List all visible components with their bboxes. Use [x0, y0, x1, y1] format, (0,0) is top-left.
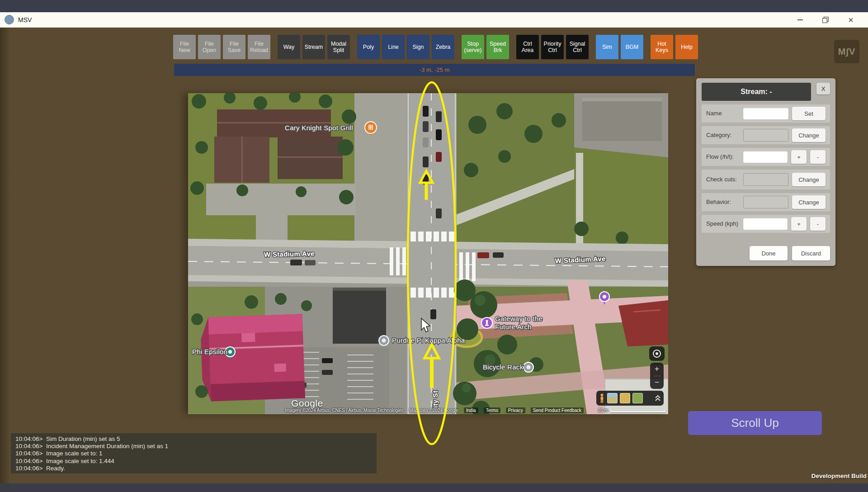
- app-icon: [5, 15, 14, 24]
- toolbar-group-help: Hot Keys Help: [651, 35, 698, 59]
- set-button[interactable]: Set: [792, 107, 826, 120]
- close-button[interactable]: ×: [838, 12, 863, 27]
- name-input[interactable]: [743, 108, 788, 119]
- way-button[interactable]: Way: [278, 35, 300, 59]
- zoom-in-button[interactable]: +: [650, 363, 664, 376]
- region-label: India: [464, 407, 478, 413]
- signal-ctrl-button[interactable]: Signal Ctrl: [566, 35, 589, 59]
- log-line: 10:04:06> Image scale set to: 1.444: [15, 458, 372, 465]
- layer-thumbnail-1[interactable]: [607, 393, 618, 403]
- flow-label: Flow (/h/l):: [706, 154, 740, 160]
- stop-serve-button[interactable]: Stop (serve): [462, 35, 484, 59]
- stream-panel-header-row: Stream: - X: [702, 83, 830, 101]
- sign-button[interactable]: Sign: [407, 35, 429, 59]
- minimize-icon: [797, 19, 803, 20]
- stream-panel: Stream: - X Name Set Category: Change Fl…: [696, 78, 835, 266]
- map-label-gateway-line1: Gateway to the: [495, 315, 542, 322]
- hot-keys-button[interactable]: Hot Keys: [651, 35, 673, 59]
- terms-link[interactable]: Terms: [484, 407, 500, 413]
- done-button[interactable]: Done: [750, 246, 788, 260]
- map-label-phi-epsilon: Phi Epsilon: [192, 348, 227, 355]
- cursor-coordinates: -3 m, -25 m: [420, 66, 449, 73]
- map-scale: 20 m: [598, 408, 665, 413]
- monument-pin-gateway[interactable]: [481, 317, 492, 328]
- satellite-imagery: Cary Knight Spot Grill W Stadium Ave W S…: [188, 93, 668, 414]
- speed-brk-button[interactable]: Speed Brk: [486, 35, 509, 59]
- file-reload-button[interactable]: File Reload: [248, 35, 270, 59]
- zebra-button[interactable]: Zebra: [432, 35, 454, 59]
- map-layers-bar: [596, 391, 664, 406]
- help-button[interactable]: Help: [675, 35, 698, 59]
- map-label-gateway-line2: Future Arch: [495, 323, 532, 331]
- minimize-button[interactable]: [788, 12, 813, 27]
- category-input[interactable]: [743, 129, 788, 142]
- flow-input[interactable]: [743, 151, 788, 163]
- collapse-chevrons-button[interactable]: [655, 395, 661, 402]
- category-change-button[interactable]: Change: [792, 128, 826, 142]
- privacy-link[interactable]: Privacy: [506, 407, 525, 413]
- log-line: 10:04:06> Ready.: [15, 465, 372, 472]
- toolbar-group-traffic: Stop (serve) Speed Brk: [462, 35, 509, 59]
- sim-button[interactable]: Sim: [596, 35, 618, 59]
- imagery-credit: Imagery ©2024 Airbus, CNES / Airbus, Max…: [285, 408, 404, 413]
- map-data-credit: Map data ©2024 Google: [409, 408, 458, 413]
- poi-pin-pi-kappa-alpha[interactable]: [379, 336, 389, 345]
- map-scale-bar: [610, 409, 665, 412]
- feedback-link[interactable]: Send Product Feedback: [531, 407, 584, 413]
- scroll-up-button[interactable]: Scroll Up: [688, 411, 822, 435]
- toolbar-group-draw: Poly Line Sign Zebra: [357, 35, 454, 59]
- restore-button[interactable]: [813, 12, 838, 27]
- toolbar: File New File Open File Save File Reload…: [173, 35, 698, 59]
- msv-logo: M∫V: [834, 40, 859, 63]
- development-build-label: Development Build: [811, 473, 867, 479]
- log-line: 10:04:06> Image scale set to: 1: [15, 450, 372, 457]
- discard-button[interactable]: Discard: [792, 246, 830, 260]
- window-title: MSV: [18, 16, 32, 24]
- map-viewport[interactable]: Cary Knight Spot Grill W Stadium Ave W S…: [188, 93, 668, 414]
- panel-actions: Done Discard: [750, 246, 830, 260]
- speed-minus-button[interactable]: -: [810, 217, 826, 231]
- behavior-row: Behavior: Change: [702, 193, 830, 211]
- panel-close-button[interactable]: X: [816, 83, 830, 95]
- file-new-button[interactable]: File New: [173, 35, 196, 59]
- poly-button[interactable]: Poly: [357, 35, 380, 59]
- bgm-button[interactable]: BGM: [621, 35, 643, 59]
- speed-input[interactable]: [743, 218, 788, 230]
- window-controls: ×: [788, 12, 863, 27]
- map-label-grill: Cary Knight Spot Grill: [285, 124, 353, 132]
- map-orientation-button[interactable]: [649, 346, 665, 361]
- name-row: Name Set: [702, 104, 830, 123]
- file-open-button[interactable]: File Open: [198, 35, 221, 59]
- taskbar: [0, 483, 868, 492]
- priority-ctrl-button[interactable]: Priority Ctrl: [541, 35, 564, 59]
- layer-thumbnail-3[interactable]: [632, 393, 643, 403]
- modal-split-button[interactable]: Modal Split: [327, 35, 350, 59]
- poi-pin-bicycle-rack[interactable]: [524, 362, 533, 372]
- behavior-input[interactable]: [743, 196, 788, 208]
- check-cuts-row: Check cuts: Change: [702, 170, 830, 189]
- flow-plus-button[interactable]: +: [791, 150, 807, 164]
- log-console: 10:04:06> Sim Duration (min) set as 5 10…: [11, 433, 377, 473]
- window-titlebar: MSV ×: [0, 12, 868, 28]
- ctrl-area-button[interactable]: Ctrl Area: [516, 35, 539, 59]
- behavior-change-button[interactable]: Change: [792, 195, 826, 209]
- map-zoom-control: + −: [650, 363, 664, 389]
- toolbar-group-control: Ctrl Area Priority Ctrl Signal Ctrl: [516, 35, 589, 59]
- layer-thumbnail-2[interactable]: [620, 393, 630, 403]
- pegman-icon[interactable]: [599, 393, 605, 403]
- stream-button[interactable]: Stream: [302, 35, 325, 59]
- close-icon: ×: [848, 15, 854, 24]
- check-cuts-change-button[interactable]: Change: [792, 173, 826, 186]
- chevron-up-icon: [655, 395, 661, 402]
- check-cuts-input[interactable]: [743, 173, 788, 186]
- flow-minus-button[interactable]: -: [810, 150, 826, 164]
- compass-target-icon: [653, 350, 661, 358]
- map-label-street-vertical: ity St: [431, 391, 439, 408]
- speed-plus-button[interactable]: +: [791, 217, 807, 231]
- speed-label: Speed (kph): [706, 221, 740, 227]
- line-button[interactable]: Line: [382, 35, 405, 59]
- zoom-out-button[interactable]: −: [650, 376, 664, 389]
- category-row: Category: Change: [702, 126, 830, 144]
- file-save-button[interactable]: File Save: [223, 35, 245, 59]
- desktop-top-strip: [0, 0, 868, 12]
